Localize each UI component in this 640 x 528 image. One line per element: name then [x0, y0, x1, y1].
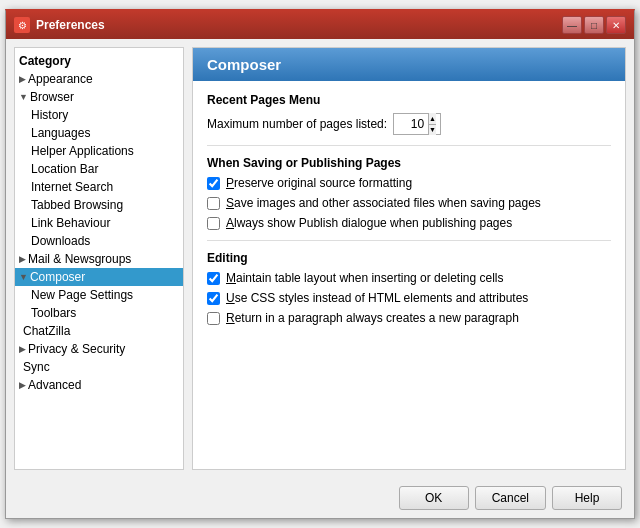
cancel-button[interactable]: Cancel — [475, 486, 546, 510]
use-css-row: Use CSS styles instead of HTML elements … — [207, 291, 611, 305]
always-show-publish-label[interactable]: Always show Publish dialogue when publis… — [226, 216, 512, 230]
footer: OK Cancel Help — [6, 478, 634, 518]
use-css-checkbox[interactable] — [207, 292, 220, 305]
divider-1 — [207, 145, 611, 146]
window-icon: ⚙ — [14, 17, 30, 33]
sidebar-item-label: Appearance — [28, 72, 93, 86]
sidebar-item-internet-search[interactable]: Internet Search — [15, 178, 183, 196]
maximize-button[interactable]: □ — [584, 16, 604, 34]
spinner-arrows: ▲ ▼ — [428, 113, 436, 135]
sidebar-item-label: Helper Applications — [31, 144, 134, 158]
sidebar: Category ▶ Appearance ▼ Browser History … — [14, 47, 184, 470]
sidebar-item-languages[interactable]: Languages — [15, 124, 183, 142]
save-images-row: Save images and other associated files w… — [207, 196, 611, 210]
spinner-up-arrow[interactable]: ▲ — [429, 113, 436, 125]
window-title: Preferences — [36, 18, 105, 32]
minimize-button[interactable]: — — [562, 16, 582, 34]
always-show-publish-checkbox[interactable] — [207, 217, 220, 230]
sidebar-item-label: Privacy & Security — [28, 342, 125, 356]
preserve-formatting-label[interactable]: Preserve original source formatting — [226, 176, 412, 190]
new-paragraph-label[interactable]: Return in a paragraph always creates a n… — [226, 311, 519, 325]
sidebar-item-privacy-security[interactable]: ▶ Privacy & Security — [15, 340, 183, 358]
maintain-table-row: Maintain table layout when inserting or … — [207, 271, 611, 285]
save-images-checkbox[interactable] — [207, 197, 220, 210]
sidebar-item-browser[interactable]: ▼ Browser — [15, 88, 183, 106]
sidebar-item-advanced[interactable]: ▶ Advanced — [15, 376, 183, 394]
preserve-formatting-checkbox[interactable] — [207, 177, 220, 190]
sidebar-item-label: Tabbed Browsing — [31, 198, 123, 212]
sidebar-item-label: Composer — [30, 270, 85, 284]
sidebar-item-toolbars[interactable]: Toolbars — [15, 304, 183, 322]
recent-pages-section-label: Recent Pages Menu — [207, 93, 611, 107]
sidebar-item-label: Toolbars — [31, 306, 76, 320]
chevron-right-icon: ▶ — [19, 380, 26, 390]
sidebar-item-label: Location Bar — [31, 162, 98, 176]
sidebar-item-appearance[interactable]: ▶ Appearance — [15, 70, 183, 88]
max-pages-input[interactable] — [394, 115, 428, 133]
main-panel: Composer Recent Pages Menu Maximum numbe… — [192, 47, 626, 470]
sidebar-item-downloads[interactable]: Downloads — [15, 232, 183, 250]
sidebar-item-label: Downloads — [31, 234, 90, 248]
title-bar-controls: — □ ✕ — [562, 16, 626, 34]
spinner-down-arrow[interactable]: ▼ — [429, 125, 436, 136]
sidebar-item-mail-newsgroups[interactable]: ▶ Mail & Newsgroups — [15, 250, 183, 268]
chevron-down-icon: ▼ — [19, 272, 28, 282]
chevron-right-icon: ▶ — [19, 254, 26, 264]
new-paragraph-checkbox[interactable] — [207, 312, 220, 325]
ok-button[interactable]: OK — [399, 486, 469, 510]
use-css-label[interactable]: Use CSS styles instead of HTML elements … — [226, 291, 528, 305]
sidebar-item-chatzilla[interactable]: ChatZilla — [15, 322, 183, 340]
panel-body: Recent Pages Menu Maximum number of page… — [193, 81, 625, 469]
sidebar-item-label: Mail & Newsgroups — [28, 252, 131, 266]
chevron-right-icon: ▶ — [19, 74, 26, 84]
when-saving-section-label: When Saving or Publishing Pages — [207, 156, 611, 170]
sidebar-item-helper-apps[interactable]: Helper Applications — [15, 142, 183, 160]
title-bar-left: ⚙ Preferences — [14, 17, 105, 33]
sidebar-item-sync[interactable]: Sync — [15, 358, 183, 376]
sidebar-item-history[interactable]: History — [15, 106, 183, 124]
maintain-table-checkbox[interactable] — [207, 272, 220, 285]
sidebar-item-composer[interactable]: ▼ Composer — [15, 268, 183, 286]
max-pages-label: Maximum number of pages listed: — [207, 117, 387, 131]
window-content: Category ▶ Appearance ▼ Browser History … — [6, 39, 634, 478]
max-pages-spinner[interactable]: ▲ ▼ — [393, 113, 441, 135]
editing-section-label: Editing — [207, 251, 611, 265]
sidebar-item-new-page-settings[interactable]: New Page Settings — [15, 286, 183, 304]
save-images-label[interactable]: Save images and other associated files w… — [226, 196, 541, 210]
sidebar-item-location-bar[interactable]: Location Bar — [15, 160, 183, 178]
divider-2 — [207, 240, 611, 241]
sidebar-item-label: Advanced — [28, 378, 81, 392]
sidebar-item-label: History — [31, 108, 68, 122]
sidebar-item-label: Link Behaviour — [31, 216, 110, 230]
title-bar: ⚙ Preferences — □ ✕ — [6, 11, 634, 39]
sidebar-item-tabbed-browsing[interactable]: Tabbed Browsing — [15, 196, 183, 214]
maintain-table-label[interactable]: Maintain table layout when inserting or … — [226, 271, 504, 285]
sidebar-item-label: Internet Search — [31, 180, 113, 194]
help-button[interactable]: Help — [552, 486, 622, 510]
preserve-formatting-row: Preserve original source formatting — [207, 176, 611, 190]
sidebar-item-label: New Page Settings — [31, 288, 133, 302]
sidebar-item-label: Languages — [31, 126, 90, 140]
close-button[interactable]: ✕ — [606, 16, 626, 34]
sidebar-item-label: Sync — [23, 360, 50, 374]
sidebar-item-link-behaviour[interactable]: Link Behaviour — [15, 214, 183, 232]
sidebar-category-header: Category — [15, 52, 183, 70]
new-paragraph-row: Return in a paragraph always creates a n… — [207, 311, 611, 325]
chevron-right-icon: ▶ — [19, 344, 26, 354]
max-pages-row: Maximum number of pages listed: ▲ ▼ — [207, 113, 611, 135]
sidebar-item-label: Browser — [30, 90, 74, 104]
chevron-down-icon: ▼ — [19, 92, 28, 102]
sidebar-item-label: ChatZilla — [23, 324, 70, 338]
panel-title: Composer — [193, 48, 625, 81]
always-show-publish-row: Always show Publish dialogue when publis… — [207, 216, 611, 230]
preferences-window: ⚙ Preferences — □ ✕ Category ▶ Appearanc… — [5, 9, 635, 519]
